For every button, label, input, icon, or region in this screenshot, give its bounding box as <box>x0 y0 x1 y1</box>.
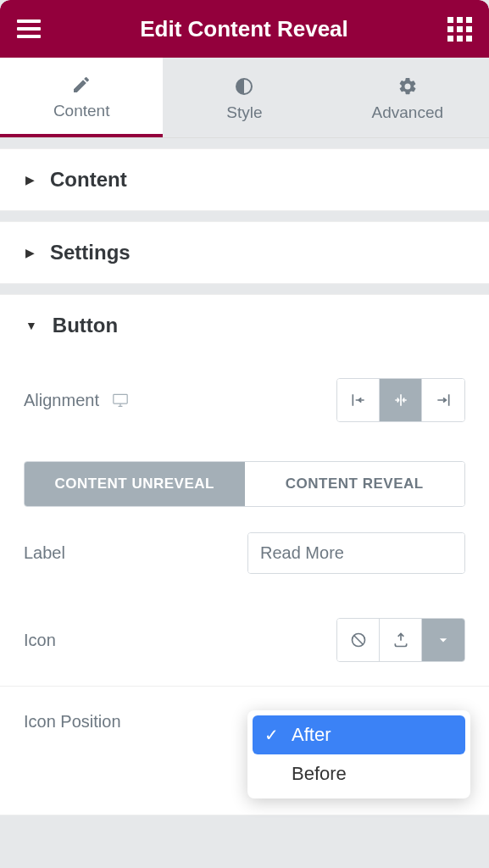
section-content-title: Content <box>50 168 127 192</box>
svg-line-5 <box>354 636 363 644</box>
icon-upload-button[interactable] <box>380 619 422 661</box>
menu-button[interactable] <box>17 19 41 38</box>
tab-advanced[interactable]: Advanced <box>326 58 489 137</box>
apps-button[interactable] <box>447 17 472 42</box>
icon-position-label: Icon Position <box>24 712 121 732</box>
tab-advanced-label: Advanced <box>372 103 444 122</box>
align-left-button[interactable] <box>337 379 380 421</box>
gear-icon <box>397 76 418 97</box>
section-button[interactable]: ▼ Button <box>0 295 489 356</box>
align-left-icon <box>350 392 367 409</box>
icon-position-dropdown: ✓ After Before <box>247 710 470 798</box>
alignment-label: Alignment <box>24 391 99 410</box>
section-button-title: Button <box>53 314 118 337</box>
none-icon <box>350 632 367 648</box>
contrast-icon <box>234 76 254 97</box>
icon-library-button[interactable] <box>422 619 464 661</box>
option-after-label: After <box>292 724 331 746</box>
upload-icon <box>392 632 409 648</box>
tab-content-label: Content <box>53 102 110 120</box>
check-icon: ✓ <box>264 725 281 745</box>
align-center-button[interactable] <box>380 379 422 421</box>
section-settings-title: Settings <box>50 241 131 264</box>
page-title: Edit Content Reveal <box>140 16 348 42</box>
dropdown-option-after[interactable]: ✓ After <box>253 715 465 754</box>
align-right-button[interactable] <box>422 379 464 421</box>
chevron-down-icon <box>435 632 452 648</box>
icon-none-button[interactable] <box>337 619 380 661</box>
section-settings[interactable]: ▶ Settings <box>0 222 489 283</box>
toggle-reveal[interactable]: CONTENT REVEAL <box>245 462 465 506</box>
align-center-icon <box>392 392 409 409</box>
tab-content[interactable]: Content <box>0 58 163 137</box>
svg-rect-0 <box>114 394 127 403</box>
section-content[interactable]: ▶ Content <box>0 149 489 210</box>
tab-style[interactable]: Style <box>163 58 325 137</box>
tab-style-label: Style <box>226 103 262 122</box>
pencil-icon <box>71 75 92 95</box>
option-before-label: Before <box>292 763 347 785</box>
caret-right-icon: ▶ <box>25 173 35 186</box>
label-field-label: Label <box>24 543 65 563</box>
dropdown-option-before[interactable]: Before <box>253 754 465 793</box>
icon-field-label: Icon <box>24 631 56 650</box>
desktop-icon[interactable] <box>111 392 130 408</box>
toggle-unreveal[interactable]: CONTENT UNREVEAL <box>25 462 245 506</box>
align-right-icon <box>435 392 452 409</box>
label-input[interactable] <box>248 533 465 573</box>
caret-right-icon: ▶ <box>25 246 35 259</box>
caret-down-icon: ▼ <box>25 319 37 332</box>
